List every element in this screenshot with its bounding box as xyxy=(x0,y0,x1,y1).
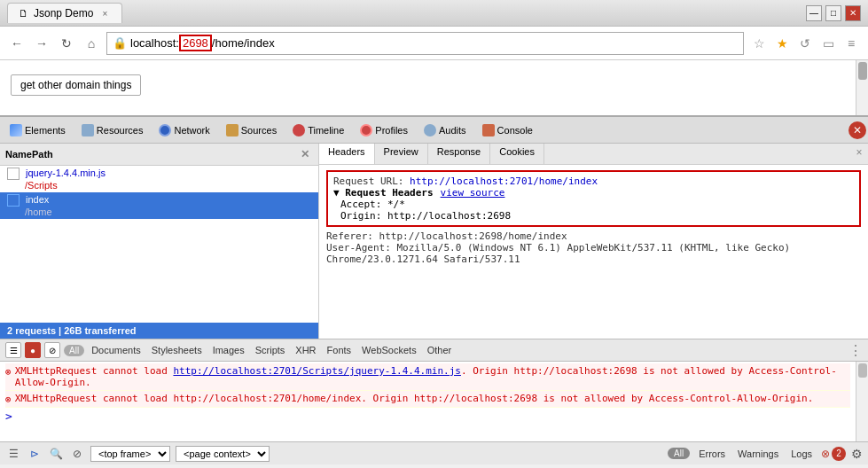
url-path: /home/index xyxy=(212,36,275,50)
headers-close-button[interactable]: × xyxy=(850,144,868,161)
headers-tab-response[interactable]: Response xyxy=(428,144,491,164)
settings-gear-icon[interactable]: ⚙ xyxy=(851,447,863,461)
console-prompt[interactable]: > xyxy=(5,408,850,425)
frame-selector[interactable]: <top frame> xyxy=(90,446,170,462)
filter-more-icon[interactable]: ⋮ xyxy=(848,342,863,359)
error-text: XMLHttpRequest cannot load http://localh… xyxy=(15,393,814,404)
filter-list-icon[interactable]: ☰ xyxy=(5,342,21,358)
all-badge[interactable]: All xyxy=(668,448,690,459)
filter-scripts-button[interactable]: Scripts xyxy=(252,345,289,355)
address-bar: ← → ↻ ⌂ 🔒 localhost:2698/home/index ☆ ★ … xyxy=(0,27,868,60)
file-list: jquery-1.4.4.min.js /Scripts index /home xyxy=(0,166,318,323)
devtools-tab-sources[interactable]: Sources xyxy=(218,118,285,143)
sources-icon xyxy=(226,124,239,136)
headers-tab-cookies[interactable]: Cookies xyxy=(490,144,544,164)
page-content: get other domain things xyxy=(0,60,868,115)
filename: jquery-1.4.4.min.js xyxy=(26,168,106,178)
devtools-close-button[interactable]: ✕ xyxy=(848,121,866,139)
useragent-label: User-Agent: xyxy=(326,242,391,254)
devtools-tab-network[interactable]: Network xyxy=(151,118,217,143)
filepath: /Scripts xyxy=(7,180,58,191)
timeline-tab-label: Timeline xyxy=(308,125,344,136)
headers-tab-headers[interactable]: Headers xyxy=(319,144,375,164)
console-scrollbar[interactable] xyxy=(856,362,868,441)
list-item[interactable]: jquery-1.4.4.min.js /Scripts xyxy=(0,166,318,192)
url-icon: 🔒 xyxy=(113,36,127,50)
url-input[interactable]: 🔒 localhost:2698/home/index xyxy=(106,32,744,55)
filter-record-icon[interactable]: ● xyxy=(25,342,41,358)
file-panel-footer: 2 requests | 26B transferred xyxy=(0,323,318,339)
errors-filter-button[interactable]: Errors xyxy=(695,448,729,459)
error-count-badge: 2 xyxy=(832,447,846,461)
page-area: get other domain things xyxy=(0,60,868,115)
filter-images-button[interactable]: Images xyxy=(209,345,248,355)
bookmark-icon[interactable]: ☆ xyxy=(749,34,769,53)
request-url-line: Request URL: http://localhost:2701/home/… xyxy=(333,176,854,187)
filter-all-button[interactable]: All xyxy=(64,345,84,356)
profiles-icon xyxy=(360,124,372,136)
bottom-elements-icon[interactable]: ☰ xyxy=(5,446,21,462)
settings-icon[interactable]: ≡ xyxy=(841,34,861,53)
request-url-box: Request URL: http://localhost:2701/home/… xyxy=(326,170,861,227)
filter-documents-button[interactable]: Documents xyxy=(88,345,145,355)
filter-xhr-button[interactable]: XHR xyxy=(292,345,319,355)
tab-title: Jsonp Demo xyxy=(34,7,93,20)
devtools-tab-elements[interactable]: Elements xyxy=(2,118,74,143)
star-icon[interactable]: ★ xyxy=(772,34,792,53)
sources-tab-label: Sources xyxy=(241,125,277,136)
bottom-block-icon[interactable]: ⊘ xyxy=(69,446,85,462)
resources-tab-label: Resources xyxy=(97,125,144,136)
request-url-label: Request URL: xyxy=(333,176,410,187)
back-button[interactable]: ← xyxy=(7,34,27,53)
devtools-tab-timeline[interactable]: Timeline xyxy=(285,118,352,143)
browser-menu-icon[interactable]: ▭ xyxy=(818,34,838,53)
audits-icon xyxy=(424,124,436,136)
filter-stylesheets-button[interactable]: Stylesheets xyxy=(148,345,206,355)
error-count-area: ⊗ 2 xyxy=(821,447,846,461)
console-area: ⊗ XMLHttpRequest cannot load http://loca… xyxy=(0,362,856,441)
network-tab-label: Network xyxy=(174,125,209,136)
logs-filter-button[interactable]: Logs xyxy=(787,448,816,459)
forward-button[interactable]: → xyxy=(32,34,51,53)
request-headers-label: ▼ Request Headers xyxy=(333,187,434,199)
maximize-button[interactable]: □ xyxy=(825,5,841,21)
devtools-tab-profiles[interactable]: Profiles xyxy=(352,118,416,143)
browser-tab[interactable]: 🗋 Jsonp Demo × xyxy=(7,3,122,23)
url-prefix: localhost: xyxy=(130,36,179,50)
get-domain-button[interactable]: get other domain things xyxy=(11,74,141,96)
reload-button[interactable]: ↻ xyxy=(57,34,76,53)
bottom-inspect-icon[interactable]: ⊳ xyxy=(27,446,43,462)
filter-other-button[interactable]: Other xyxy=(424,345,456,355)
warnings-filter-button[interactable]: Warnings xyxy=(734,448,782,459)
devtools-panel: Elements Resources Network Sources Timel… xyxy=(0,115,868,464)
audits-tab-label: Audits xyxy=(439,125,466,136)
profiles-tab-label: Profiles xyxy=(375,125,408,136)
file-panel: Name Path ✕ jquery-1.4.4.min.js /Scripts… xyxy=(0,144,319,339)
accept-line: Accept: */* xyxy=(333,199,854,210)
filter-bar: ☰ ● ⊘ All Documents Stylesheets Images S… xyxy=(0,339,868,362)
scrollbar-thumb[interactable] xyxy=(858,62,867,80)
console-scrollbar-thumb[interactable] xyxy=(858,363,867,378)
page-scrollbar[interactable] xyxy=(856,60,868,115)
error-link[interactable]: http://localhost:2701/Scripts/jquery-1.4… xyxy=(173,365,461,377)
bottom-search-icon[interactable]: 🔍 xyxy=(48,446,64,462)
filter-websockets-button[interactable]: WebSockets xyxy=(358,345,420,355)
tab-bar: 🗋 Jsonp Demo × xyxy=(7,3,122,23)
list-item[interactable]: index /home xyxy=(0,192,318,219)
filter-clear-icon[interactable]: ⊘ xyxy=(44,342,60,358)
headers-tab-preview[interactable]: Preview xyxy=(375,144,428,164)
file-panel-close[interactable]: ✕ xyxy=(297,146,313,162)
home-button[interactable]: ⌂ xyxy=(82,34,101,53)
history-icon[interactable]: ↺ xyxy=(795,34,815,53)
view-source-link[interactable]: view source xyxy=(441,187,505,199)
bottom-right: All Errors Warnings Logs ⊗ 2 ⚙ xyxy=(668,447,863,461)
context-selector[interactable]: <page context> xyxy=(176,446,270,462)
devtools-tab-console[interactable]: Console xyxy=(474,118,541,143)
filepath: /home xyxy=(7,207,52,217)
filter-fonts-button[interactable]: Fonts xyxy=(324,345,356,355)
close-button[interactable]: ✕ xyxy=(845,5,861,21)
devtools-tab-audits[interactable]: Audits xyxy=(416,118,474,143)
devtools-tab-resources[interactable]: Resources xyxy=(74,118,152,143)
minimize-button[interactable]: — xyxy=(806,5,822,21)
tab-close-button[interactable]: × xyxy=(98,7,111,20)
